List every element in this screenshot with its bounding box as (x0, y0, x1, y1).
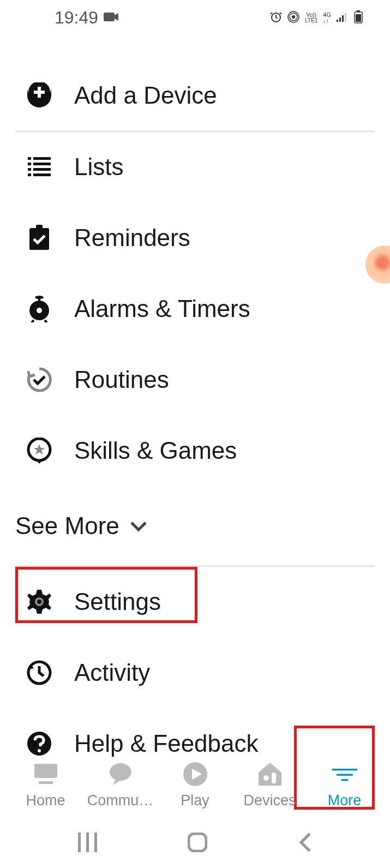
svg-rect-6 (339, 17, 341, 22)
svg-rect-19 (28, 168, 31, 171)
svg-point-34 (38, 749, 41, 752)
svg-rect-5 (337, 20, 338, 22)
svg-rect-45 (86, 833, 89, 852)
hotspot-icon (287, 11, 299, 25)
menu-label: Routines (74, 366, 169, 393)
svg-rect-36 (39, 781, 53, 784)
more-icon (332, 762, 357, 787)
add-device-icon (26, 82, 52, 109)
nav-devices[interactable]: Devices (232, 762, 307, 809)
svg-rect-20 (33, 168, 51, 171)
list-icon (26, 154, 52, 180)
svg-point-2 (292, 15, 295, 19)
battery-icon (354, 10, 363, 26)
network-text: 4G↓↑ (323, 12, 331, 24)
svg-rect-7 (342, 15, 344, 22)
play-icon (183, 762, 208, 787)
menu-label: Help & Feedback (74, 730, 259, 757)
alarm-icon (270, 11, 282, 25)
menu-item-activity[interactable]: Activity (15, 637, 375, 708)
svg-point-39 (263, 775, 269, 781)
menu-item-lists[interactable]: Lists (15, 131, 375, 202)
reminders-icon (26, 225, 52, 251)
routines-icon (26, 367, 52, 393)
svg-rect-40 (272, 773, 276, 783)
devices-icon (257, 762, 283, 787)
svg-rect-22 (33, 173, 51, 176)
nav-label: Devices (243, 792, 296, 809)
menu-item-add-device[interactable]: Add a Device (15, 60, 375, 131)
back-button[interactable] (298, 831, 312, 855)
signal-icon (337, 12, 349, 24)
settings-icon (26, 589, 52, 615)
svg-point-28 (37, 308, 42, 313)
menu-item-reminders[interactable]: Reminders (15, 202, 375, 273)
nav-label: Home (26, 792, 65, 809)
menu-label: Add a Device (74, 82, 217, 109)
svg-rect-41 (332, 769, 357, 771)
svg-point-37 (110, 763, 131, 781)
camera-icon (104, 11, 119, 25)
chevron-down-icon (129, 520, 148, 535)
nav-label: Commu… (87, 792, 154, 809)
nav-label: More (328, 792, 362, 809)
home-icon (33, 762, 58, 787)
nav-communicate[interactable]: Commu… (83, 762, 158, 809)
status-time: 19:49 (55, 8, 98, 28)
svg-rect-42 (337, 774, 352, 776)
see-more-toggle[interactable]: See More (15, 486, 375, 566)
svg-rect-44 (78, 833, 81, 852)
svg-rect-0 (104, 13, 115, 21)
nav-more[interactable]: More (307, 762, 382, 809)
svg-rect-24 (29, 228, 49, 250)
status-right: Vo))LTE1 4G↓↑ (270, 10, 363, 26)
svg-rect-46 (94, 833, 97, 852)
svg-rect-47 (189, 834, 206, 851)
alarms-icon (26, 296, 52, 322)
svg-rect-15 (28, 157, 31, 160)
nav-label: Play (181, 792, 209, 809)
svg-rect-17 (28, 163, 31, 165)
communicate-icon (108, 762, 133, 787)
activity-icon (26, 660, 52, 686)
menu-label: Settings (74, 588, 161, 615)
status-left: 19:49 (55, 8, 119, 28)
menu-label: Reminders (74, 224, 190, 252)
svg-rect-26 (38, 297, 40, 301)
system-nav (0, 819, 390, 868)
menu-label: Lists (74, 153, 123, 181)
svg-rect-43 (341, 779, 348, 781)
nav-play[interactable]: Play (158, 762, 232, 809)
menu-item-alarms[interactable]: Alarms & Timers (15, 273, 375, 344)
bottom-nav: Home Commu… Play Devices More (0, 762, 390, 809)
home-button[interactable] (188, 833, 207, 854)
status-bar: 19:49 Vo))LTE1 4G↓↑ (0, 0, 390, 35)
recents-button[interactable] (78, 833, 98, 854)
menu-item-routines[interactable]: Routines (15, 344, 375, 415)
svg-rect-11 (356, 14, 361, 22)
menu-label: Skills & Games (74, 437, 237, 464)
menu-label: Alarms & Timers (74, 295, 250, 322)
menu-item-skills[interactable]: Skills & Games (15, 415, 375, 486)
svg-point-31 (37, 600, 41, 604)
svg-rect-21 (28, 173, 31, 176)
svg-rect-14 (34, 91, 45, 94)
menu-label: Activity (74, 659, 150, 686)
menu-item-settings[interactable]: Settings (15, 566, 375, 637)
help-icon (26, 731, 52, 757)
svg-rect-35 (34, 764, 57, 778)
svg-rect-8 (345, 13, 346, 22)
volte-text: Vo))LTE1 (305, 13, 317, 23)
skills-icon (26, 438, 52, 464)
menu-content: Add a Device Lists Reminders Alarms & Ti… (0, 35, 390, 779)
svg-rect-16 (33, 157, 51, 160)
see-more-label: See More (15, 512, 119, 540)
nav-home[interactable]: Home (8, 762, 83, 809)
svg-rect-18 (33, 163, 51, 165)
